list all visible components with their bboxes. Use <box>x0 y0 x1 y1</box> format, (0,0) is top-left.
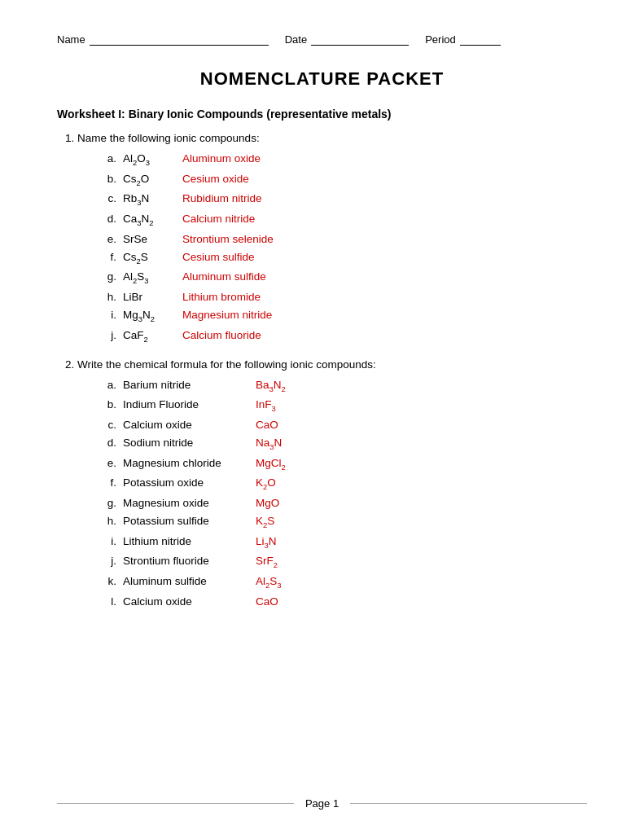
item-letter: f. <box>102 476 116 489</box>
list-item: i.Lithium nitrideLi3N <box>102 535 587 550</box>
item-answer: Calcium fluoride <box>182 329 261 341</box>
page-title: Nomenclature Packet <box>57 68 587 90</box>
item-letter: a. <box>102 379 116 391</box>
worksheet1-title: Worksheet I: Binary Ionic Compounds (rep… <box>57 108 587 121</box>
question-1: 1. Name the following ionic compounds: a… <box>57 132 587 344</box>
item-formula: Al2O3 <box>123 152 176 167</box>
list-item: j.Strontium fluorideSrF2 <box>102 555 587 569</box>
item-compound-name: Magnesium oxide <box>123 497 249 509</box>
item-formula-answer: Na3N <box>256 437 282 451</box>
item-compound-name: Magnesium chloride <box>123 457 249 469</box>
footer-line-right <box>350 803 587 804</box>
list-item: g.Magnesium oxideMgO <box>102 497 587 509</box>
question-2: 2. Write the chemical formula for the fo… <box>57 358 587 608</box>
list-item: l.Calcium oxideCaO <box>102 595 587 608</box>
item-letter: c. <box>102 192 116 204</box>
item-formula-answer: Li3N <box>256 535 277 550</box>
item-formula-answer: Al2S3 <box>256 575 282 590</box>
item-letter: h. <box>102 515 116 527</box>
item-formula: Mg3N2 <box>123 309 176 323</box>
list-item: b.Cs2OCesium oxide <box>102 173 587 187</box>
item-letter: b. <box>102 398 116 410</box>
list-item: d.Ca3N2Calcium nitride <box>102 213 587 227</box>
item-formula: LiBr <box>123 291 176 303</box>
date-underline <box>311 33 409 46</box>
period-underline <box>460 33 501 46</box>
item-letter: i. <box>102 535 116 547</box>
list-item: k.Aluminum sulfideAl2S3 <box>102 575 587 590</box>
item-compound-name: Potassium oxide <box>123 476 249 489</box>
item-compound-name: Strontium fluoride <box>123 555 249 567</box>
item-formula-answer: CaO <box>256 419 278 431</box>
item-compound-name: Calcium oxide <box>123 419 249 431</box>
item-letter: e. <box>102 233 116 245</box>
item-formula-answer: CaO <box>256 595 278 608</box>
item-letter: h. <box>102 291 116 303</box>
item-compound-name: Calcium oxide <box>123 595 249 608</box>
q1-header: 1. Name the following ionic compounds: <box>65 132 587 144</box>
period-field: Period <box>425 33 501 46</box>
item-answer: Calcium nitride <box>182 213 255 225</box>
list-item: j.CaF2Calcium fluoride <box>102 329 587 344</box>
page-number: Page 1 <box>294 797 350 810</box>
item-compound-name: Aluminum sulfide <box>123 575 249 587</box>
list-item: c.Rb3NRubidium nitride <box>102 192 587 207</box>
period-label: Period <box>425 33 456 46</box>
item-answer: Rubidium nitride <box>182 192 262 204</box>
list-item: d.Sodium nitrideNa3N <box>102 437 587 451</box>
item-answer: Aluminum oxide <box>182 152 261 165</box>
list-item: e.Magnesium chlorideMgCl2 <box>102 457 587 472</box>
footer: Page 1 <box>0 797 644 810</box>
item-answer: Magnesium nitride <box>182 309 272 321</box>
list-item: a.Barium nitrideBa3N2 <box>102 379 587 393</box>
item-compound-name: Indium Fluoride <box>123 398 249 410</box>
item-compound-name: Potassium sulfide <box>123 515 249 527</box>
item-letter: b. <box>102 173 116 185</box>
item-letter: a. <box>102 152 116 165</box>
item-letter: j. <box>102 329 116 341</box>
item-letter: k. <box>102 575 116 587</box>
item-formula-answer: Ba3N2 <box>256 379 286 393</box>
item-answer: Lithium bromide <box>182 291 261 303</box>
item-compound-name: Lithium nitride <box>123 535 249 547</box>
list-item: c.Calcium oxideCaO <box>102 419 587 431</box>
item-letter: g. <box>102 270 116 283</box>
q2-list: a.Barium nitrideBa3N2b.Indium FluorideIn… <box>102 379 587 608</box>
item-formula-answer: MgO <box>256 497 279 509</box>
item-answer: Aluminum sulfide <box>182 270 266 283</box>
list-item: h.Potassium sulfideK2S <box>102 515 587 529</box>
item-formula-answer: K2O <box>256 476 276 491</box>
item-letter: l. <box>102 595 116 608</box>
item-formula: Cs2S <box>123 251 176 266</box>
item-formula: Cs2O <box>123 173 176 187</box>
q2-header: 2. Write the chemical formula for the fo… <box>65 358 587 371</box>
list-item: b.Indium FluorideInF3 <box>102 398 587 413</box>
list-item: i.Mg3N2Magnesium nitride <box>102 309 587 323</box>
item-letter: d. <box>102 437 116 449</box>
list-item: g.Al2S3Aluminum sulfide <box>102 270 587 285</box>
item-formula-answer: InF3 <box>256 398 276 413</box>
item-letter: g. <box>102 497 116 509</box>
item-formula-answer: SrF2 <box>256 555 278 569</box>
footer-line-left <box>57 803 294 804</box>
item-formula: Al2S3 <box>123 270 176 285</box>
list-item: h.LiBrLithium bromide <box>102 291 587 303</box>
list-item: a.Al2O3Aluminum oxide <box>102 152 587 167</box>
item-formula: Rb3N <box>123 192 176 207</box>
item-compound-name: Sodium nitride <box>123 437 249 449</box>
item-compound-name: Barium nitride <box>123 379 249 391</box>
item-answer: Strontium selenide <box>182 233 274 245</box>
date-field: Date <box>285 33 409 46</box>
name-field: Name <box>57 33 269 46</box>
header: Name Date Period <box>57 33 587 46</box>
list-item: e.SrSeStrontium selenide <box>102 233 587 245</box>
item-letter: c. <box>102 419 116 431</box>
list-item: f.Cs2SCesium sulfide <box>102 251 587 266</box>
item-letter: d. <box>102 213 116 225</box>
item-formula: SrSe <box>123 233 176 245</box>
item-answer: Cesium oxide <box>182 173 249 185</box>
item-letter: f. <box>102 251 116 263</box>
item-formula-answer: MgCl2 <box>256 457 286 472</box>
item-letter: j. <box>102 555 116 567</box>
item-letter: i. <box>102 309 116 321</box>
